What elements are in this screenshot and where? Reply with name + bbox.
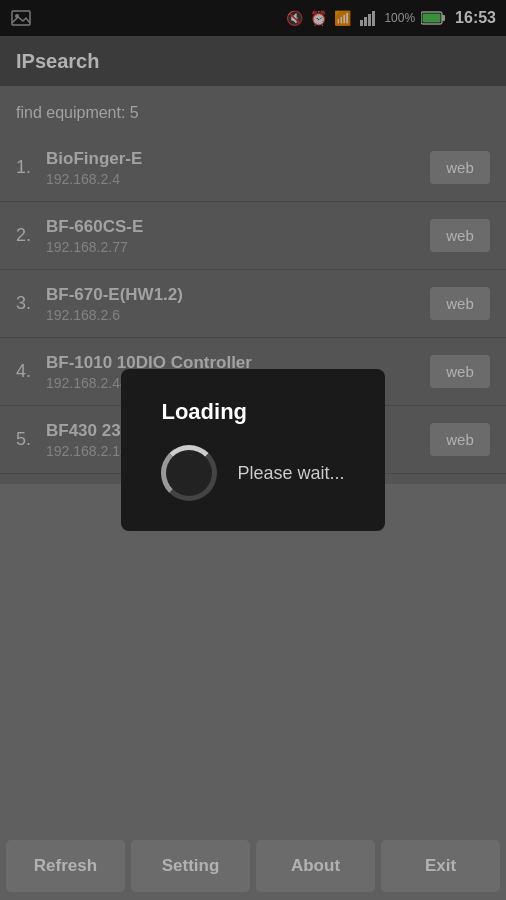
loading-message: Please wait... — [237, 463, 344, 484]
loading-body: Please wait... — [161, 445, 344, 501]
loading-overlay: Loading Please wait... — [0, 0, 506, 900]
loading-title: Loading — [161, 399, 247, 425]
loading-dialog: Loading Please wait... — [121, 369, 384, 531]
loading-spinner — [161, 445, 217, 501]
